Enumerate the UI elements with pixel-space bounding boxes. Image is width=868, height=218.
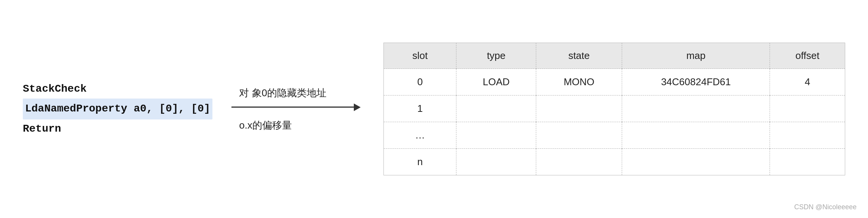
cell-2-1	[456, 122, 536, 149]
cell-0-2: MONO	[536, 69, 622, 95]
main-container: StackCheck LdaNamedProperty a0, [0], [0]…	[0, 0, 868, 218]
cell-1-0: 1	[384, 95, 456, 122]
cell-1-4	[770, 95, 845, 122]
table-row: n	[384, 149, 845, 175]
data-table: slot type state map offset 0LOADMONO34C6…	[383, 43, 845, 175]
table-header-row: slot type state map offset	[384, 43, 845, 69]
cell-2-3	[622, 122, 770, 149]
cell-1-1	[456, 95, 536, 122]
cell-3-4	[770, 149, 845, 175]
annotation-top: 对 象0的隐藏类地址	[239, 86, 361, 100]
code-line-2: LdaNamedProperty a0, [0], [0]	[23, 99, 212, 119]
table-row: 0LOADMONO34C60824FD614	[384, 69, 845, 95]
table-row: …	[384, 122, 845, 149]
col-map: map	[622, 43, 770, 69]
col-offset: offset	[770, 43, 845, 69]
cell-1-2	[536, 95, 622, 122]
cell-2-0: …	[384, 122, 456, 149]
code-line-3: Return	[23, 119, 212, 138]
cell-0-4: 4	[770, 69, 845, 95]
watermark: CSDN @Nicoleeeee	[794, 203, 857, 211]
cell-1-3	[622, 95, 770, 122]
code-line-1: StackCheck	[23, 80, 212, 99]
arrow-line	[231, 107, 354, 108]
cell-2-4	[770, 122, 845, 149]
cell-2-2	[536, 122, 622, 149]
col-type: type	[456, 43, 536, 69]
table-row: 1	[384, 95, 845, 122]
middle-inner: 对 象0的隐藏类地址 o.x的偏移量	[231, 86, 361, 132]
table-section: slot type state map offset 0LOADMONO34C6…	[383, 43, 845, 175]
cell-3-2	[536, 149, 622, 175]
col-state: state	[536, 43, 622, 69]
arrow-row	[231, 103, 361, 111]
cell-0-3: 34C60824FD61	[622, 69, 770, 95]
cell-3-1	[456, 149, 536, 175]
code-section: StackCheck LdaNamedProperty a0, [0], [0]…	[23, 80, 212, 138]
annotation-bottom: o.x的偏移量	[239, 119, 361, 132]
cell-3-0: n	[384, 149, 456, 175]
col-slot: slot	[384, 43, 456, 69]
arrow-head	[354, 103, 361, 111]
cell-0-1: LOAD	[456, 69, 536, 95]
cell-3-3	[622, 149, 770, 175]
cell-0-0: 0	[384, 69, 456, 95]
middle-section: 对 象0的隐藏类地址 o.x的偏移量	[231, 86, 361, 132]
